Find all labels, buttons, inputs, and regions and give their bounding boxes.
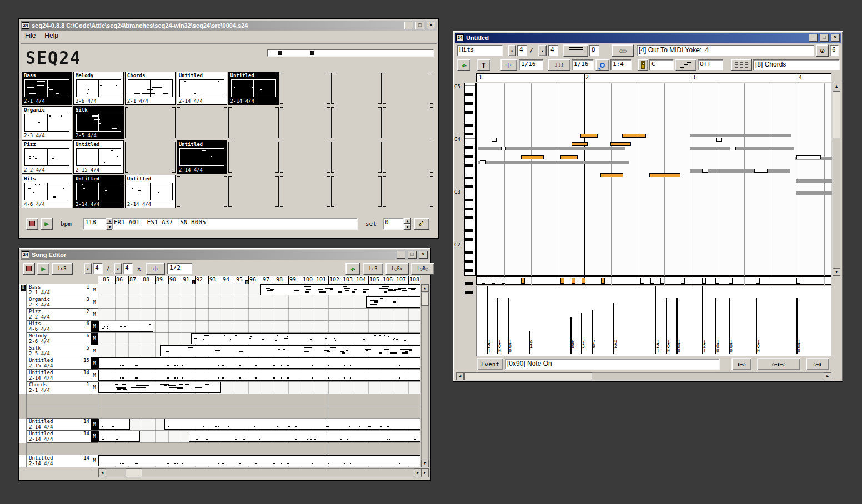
empty-slot[interactable]: [280, 72, 330, 105]
empty-slot[interactable]: [383, 175, 433, 208]
song-block[interactable]: [98, 370, 420, 381]
black-key[interactable]: [465, 146, 473, 149]
black-key[interactable]: [465, 282, 473, 285]
corner-scroll-icon[interactable]: ▶: [421, 468, 429, 477]
vscrollbar[interactable]: [421, 284, 429, 467]
hscroll-right-icon[interactable]: ▶: [414, 468, 422, 477]
track-grid-row[interactable]: [98, 333, 420, 345]
beats-field[interactable]: 4: [93, 263, 103, 274]
length-button[interactable]: [563, 44, 588, 57]
note[interactable]: [501, 147, 506, 150]
mute-toggle[interactable]: M: [91, 284, 98, 296]
stop-button[interactable]: [23, 263, 35, 275]
pattern-slot-hits[interactable]: Hits4-6 4/4: [22, 175, 72, 208]
note[interactable]: [730, 147, 736, 150]
beatwidth-spinner-icon[interactable]: ▼: [114, 263, 122, 274]
black-key[interactable]: [465, 229, 473, 232]
mute-toggle[interactable]: M: [91, 382, 98, 394]
zoom-field[interactable]: 1:4: [610, 59, 632, 70]
black-key[interactable]: [465, 133, 473, 135]
play-button[interactable]: ▶: [37, 263, 49, 275]
pattern-slot-untitled[interactable]: Untitled2-15 4/4: [73, 140, 124, 174]
mute-toggle[interactable]: M: [91, 345, 98, 357]
track-grid-row[interactable]: [98, 345, 420, 357]
key-button[interactable]: [638, 59, 648, 71]
selected-note[interactable]: [580, 134, 598, 138]
pattern-slot-untitled[interactable]: Untitled2-14 4/4: [228, 72, 279, 105]
loop-button[interactable]: L↻R: [52, 263, 73, 275]
track-grid-row[interactable]: [98, 394, 420, 406]
event-mark[interactable]: [482, 278, 485, 284]
track-panel-row[interactable]: [19, 406, 98, 419]
track-grid-row[interactable]: [98, 382, 420, 394]
empty-slot[interactable]: [177, 106, 227, 139]
key-field[interactable]: C: [649, 59, 674, 70]
beats-spinner-icon[interactable]: ▼: [508, 45, 516, 56]
mute-toggle[interactable]: M: [91, 357, 98, 369]
event-mark[interactable]: [729, 278, 733, 284]
minimize-icon[interactable]: _: [397, 251, 405, 259]
selected-note[interactable]: [622, 134, 646, 138]
track-grid-row[interactable]: [98, 321, 420, 333]
beatwidth-spinner-icon[interactable]: ▼: [538, 45, 547, 56]
black-key[interactable]: [465, 185, 473, 188]
pattern-slot-chords[interactable]: Chords2-1 4/4: [125, 72, 176, 105]
piano-keyboard[interactable]: [464, 83, 476, 276]
pattern-titlebar[interactable]: 24 Untitled _ □ ×: [455, 33, 841, 43]
maximize-icon[interactable]: □: [415, 22, 424, 29]
mute-toggle[interactable]: M: [91, 455, 98, 467]
event-mark[interactable]: [492, 278, 495, 284]
sequence-name-field[interactable]: Hits: [457, 45, 503, 56]
snap-button[interactable]: →|←: [500, 59, 517, 71]
black-key[interactable]: [465, 177, 473, 179]
beats-spinner-icon[interactable]: ▼: [84, 263, 92, 274]
position-bar[interactable]: [267, 49, 434, 57]
track-panel-row[interactable]: Untitled2-14 4/414M: [19, 370, 98, 382]
event-button[interactable]: Event: [477, 358, 503, 370]
song-block[interactable]: [98, 419, 130, 430]
vscroll-up-icon[interactable]: ▲: [421, 284, 429, 292]
event-mark[interactable]: [756, 278, 760, 284]
hscroll-thumb[interactable]: [126, 468, 142, 477]
track-panel-row[interactable]: [19, 443, 98, 455]
selected-note[interactable]: [521, 155, 544, 159]
pattern-slot-untitled[interactable]: Untitled2-14 4/4: [73, 175, 124, 208]
track-grid-row[interactable]: [98, 309, 420, 321]
hscroll-left-icon[interactable]: ◀: [456, 372, 464, 380]
beatwidth-field[interactable]: 4: [548, 45, 558, 56]
midi-record-button[interactable]: ○→▮: [806, 358, 829, 370]
collapse-button[interactable]: L←R: [363, 263, 383, 275]
track-panel-row[interactable]: [19, 394, 98, 406]
black-key[interactable]: [465, 208, 473, 210]
snap-field[interactable]: 1/16: [519, 59, 543, 70]
midi-channel-button[interactable]: ⊙: [816, 44, 829, 57]
mute-toggle[interactable]: M: [91, 431, 98, 442]
play-button[interactable]: ▶: [41, 218, 53, 230]
track-panel-row[interactable]: 0Bass2-1 4/41M: [19, 284, 98, 296]
loop-R-marker[interactable]: R: [245, 280, 249, 284]
track-grid-row[interactable]: [98, 296, 420, 309]
minimize-icon[interactable]: _: [809, 34, 818, 42]
black-key[interactable]: [465, 260, 473, 263]
event-strip[interactable]: [476, 276, 831, 285]
black-key[interactable]: [465, 199, 473, 201]
scale-field[interactable]: Off: [698, 59, 723, 70]
main-titlebar[interactable]: 24 seq24-0.8.8 C:\Code\Attic\seq24\branc…: [21, 21, 437, 31]
bpm-field[interactable]: 118: [83, 218, 106, 230]
event-mark[interactable]: [660, 278, 664, 284]
velocity-data-area[interactable]: 1 2 11 0 01 0 04 16 67 37 99 21 2 11 0 0…: [476, 286, 831, 356]
event-mark[interactable]: [702, 278, 706, 284]
expand-copy-button[interactable]: L○R○: [411, 263, 434, 275]
black-key[interactable]: [465, 111, 473, 114]
undo-button[interactable]: ↶: [345, 263, 360, 275]
event-mark[interactable]: [681, 278, 685, 284]
mute-toggle[interactable]: M: [91, 419, 98, 430]
event-field[interactable]: [0x90] Note On: [505, 359, 720, 370]
event-mark[interactable]: [796, 278, 800, 284]
track-grid-row[interactable]: [98, 406, 420, 419]
piano-roll[interactable]: [476, 83, 831, 276]
background-sequence-button[interactable]: [731, 59, 752, 71]
edit-button[interactable]: [414, 218, 429, 230]
background-sequence-field[interactable]: [8] Chords: [753, 59, 840, 70]
pattern-slot-untitled[interactable]: Untitled2-14 4/4: [125, 175, 176, 208]
